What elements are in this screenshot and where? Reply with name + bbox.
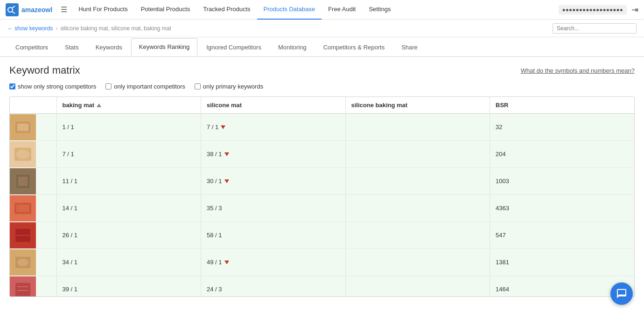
filter-important-checkbox[interactable]	[105, 83, 112, 89]
logo[interactable]: amazeowl	[6, 3, 52, 16]
bsr-cell: 204	[490, 141, 635, 168]
cell-text: 39 / 1	[63, 286, 78, 293]
svg-point-7	[16, 150, 29, 159]
hamburger-button[interactable]: ☰	[58, 3, 70, 16]
nav-link-hunt[interactable]: Hunt For Products	[72, 0, 134, 20]
logo-text: amazeowl	[21, 6, 52, 14]
tab-competitors[interactable]: Competitors	[7, 38, 56, 56]
product-thumbnail	[10, 222, 36, 248]
symbols-link[interactable]: What do the symbols and numbers mean?	[521, 67, 635, 74]
tab-keywords[interactable]: Keywords	[88, 38, 130, 56]
bsr-value: 547	[496, 232, 506, 239]
breadcrumb-back[interactable]: ← show keywords	[7, 25, 53, 32]
product-thumbnail	[10, 195, 36, 221]
filter-strong-competitors[interactable]: show only strong competitors	[9, 83, 96, 90]
tab-keywords-ranking[interactable]: Keywords Ranking	[131, 38, 197, 56]
nav-link-database[interactable]: Products Database	[257, 0, 322, 20]
filter-primary-label: only primary keywords	[203, 83, 263, 90]
svg-point-15	[17, 259, 28, 266]
bsr-value: 204	[496, 151, 506, 158]
silicone-mat-cell: 24 / 3	[201, 276, 346, 297]
tab-ignored-competitors[interactable]: Ignored Competitors	[198, 38, 269, 56]
product-cell[interactable]	[10, 168, 56, 195]
cell-text: 58 / 1	[207, 232, 222, 239]
product-thumbnail	[10, 249, 36, 275]
cell-text: 7 / 1	[63, 151, 74, 158]
bsr-value: 4363	[496, 205, 509, 212]
chat-bubble-button[interactable]	[610, 282, 633, 304]
arrow-down-icon	[224, 261, 229, 264]
th-silicone-mat: silicone mat	[201, 97, 346, 114]
cell-text: 1 / 1	[63, 124, 74, 131]
filter-primary-checkbox[interactable]	[195, 83, 201, 89]
nav-right: ●●●●●●●●●●●●●●●●●● ⇥	[559, 5, 638, 15]
silicone-baking-mat-cell	[345, 249, 490, 276]
th-baking-mat-label: baking mat	[63, 102, 95, 109]
keyword-matrix-header: Keyword matrix What do the symbols and n…	[9, 64, 635, 76]
table-row: 1 / 1 7 / 1 32	[10, 114, 634, 141]
arrow-down-icon	[221, 125, 225, 129]
cell-text: 11 / 1	[63, 178, 78, 185]
svg-rect-5	[17, 124, 28, 131]
filter-important-label: only important competitors	[114, 83, 185, 90]
svg-rect-16	[15, 283, 30, 296]
silicone-mat-cell: 49 / 1	[201, 249, 346, 276]
nav-link-potential[interactable]: Potential Products	[134, 0, 197, 20]
product-cell[interactable]	[10, 195, 56, 222]
cell-text: 49 / 1	[207, 259, 222, 266]
silicone-mat-cell: 35 / 3	[201, 195, 346, 222]
bsr-cell: 547	[490, 222, 635, 249]
tab-monitoring[interactable]: Monitoring	[270, 38, 315, 56]
keyword-matrix-table: baking mat silicone mat silicone baking …	[10, 97, 634, 297]
bsr-cell: 1003	[490, 168, 635, 195]
bsr-value: 32	[496, 124, 502, 131]
nav-link-tracked[interactable]: Tracked Products	[196, 0, 257, 20]
baking-mat-cell: 26 / 1	[56, 222, 201, 249]
table-row: 14 / 1 35 / 3 4363	[10, 195, 634, 222]
breadcrumb-separator: ›	[56, 25, 57, 32]
breadcrumb-search-input[interactable]	[553, 23, 637, 34]
table-body: 1 / 1 7 / 1 32	[10, 114, 634, 297]
top-navigation: amazeowl ☰ Hunt For Products Potential P…	[0, 0, 644, 20]
silicone-mat-cell: 30 / 1	[201, 168, 346, 195]
svg-rect-11	[16, 205, 29, 212]
bsr-value: 1464	[496, 286, 509, 293]
nav-link-settings[interactable]: Settings	[362, 0, 397, 20]
filter-primary-keywords[interactable]: only primary keywords	[195, 83, 263, 90]
breadcrumb-search	[553, 23, 637, 34]
nav-link-audit[interactable]: Free Audit	[322, 0, 362, 20]
tab-stats[interactable]: Stats	[57, 38, 87, 56]
cell-text: 38 / 1	[207, 151, 222, 158]
silicone-mat-cell: 58 / 1	[201, 222, 346, 249]
matrix-table-wrapper: baking mat silicone mat silicone baking …	[9, 96, 635, 297]
product-cell[interactable]	[10, 276, 56, 297]
table-row: 39 / 1 24 / 3 1464	[10, 276, 634, 297]
baking-mat-cell: 39 / 1	[56, 276, 201, 297]
silicone-baking-mat-cell	[345, 195, 490, 222]
silicone-baking-mat-cell	[345, 114, 490, 141]
filter-important-competitors[interactable]: only important competitors	[105, 83, 185, 90]
th-baking-mat: baking mat	[56, 97, 201, 114]
bsr-value: 1381	[496, 259, 509, 266]
main-content: Keyword matrix What do the symbols and n…	[0, 57, 644, 304]
breadcrumb-path: silicone baking mat, silicone mat, bakin…	[60, 25, 171, 32]
cell-text: 34 / 1	[63, 259, 78, 266]
baking-mat-cell: 7 / 1	[56, 141, 201, 168]
table-row: 34 / 1 49 / 1 1381	[10, 249, 634, 276]
arrow-down-icon	[224, 179, 229, 183]
cell-text: 7 / 1	[207, 124, 218, 131]
product-cell[interactable]	[10, 141, 56, 168]
product-cell[interactable]	[10, 249, 56, 276]
bsr-cell: 4363	[490, 195, 635, 222]
tab-share[interactable]: Share	[393, 38, 426, 56]
user-email: ●●●●●●●●●●●●●●●●●●	[559, 5, 627, 14]
tabs-bar: Competitors Stats Keywords Keywords Rank…	[0, 37, 644, 57]
arrow-down-icon	[224, 152, 229, 156]
tab-competitors-reports[interactable]: Competitors & Reports	[315, 38, 393, 56]
filter-strong-checkbox[interactable]	[9, 83, 15, 89]
filter-row: show only strong competitors only import…	[9, 83, 635, 90]
exit-button[interactable]: ⇥	[631, 5, 638, 15]
product-cell[interactable]	[10, 114, 56, 141]
nav-links: Hunt For Products Potential Products Tra…	[72, 0, 556, 20]
product-cell[interactable]	[10, 222, 56, 249]
